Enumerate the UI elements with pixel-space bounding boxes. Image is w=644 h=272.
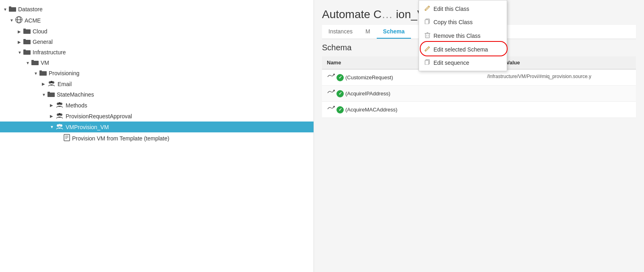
col-header-name: Name — [322, 56, 430, 69]
svg-point-48 — [333, 90, 335, 91]
table-row: ✓ (AcquireMACAddress) — [322, 102, 636, 118]
svg-rect-7 — [23, 29, 26, 30]
state-icon-acquireipaddress — [327, 90, 335, 97]
tree-arrow-vm: ▼ — [26, 61, 31, 65]
svg-rect-15 — [39, 70, 42, 72]
svg-rect-9 — [23, 39, 26, 41]
tree-label-statemachines: StateMachines — [57, 91, 94, 98]
tree-arrow-statemachines: ▼ — [42, 93, 47, 97]
dropdown-item-edit-sequence[interactable]: Edit sequence — [419, 56, 507, 69]
svg-point-47 — [333, 74, 335, 75]
folder-icon-cloud — [23, 28, 31, 35]
tab-instances[interactable]: Instances — [322, 25, 359, 39]
tree-label-cloud: Cloud — [33, 28, 47, 35]
tree-panel: ▼ Datastore ▼ ACME ▶ Cloud ▶ General ▼ — [0, 0, 314, 272]
copy-icon-copy-class — [425, 19, 430, 25]
tree-arrow-cloud: ▶ — [18, 29, 23, 34]
tree-arrow-provisionrequestapproval: ▶ — [50, 114, 56, 118]
svg-rect-30 — [64, 134, 70, 141]
tree-item-infrastructure[interactable]: ▼ Infrastructure — [0, 47, 314, 58]
svg-rect-20 — [47, 92, 50, 93]
folder-icon-general — [23, 38, 31, 45]
svg-rect-13 — [31, 60, 34, 62]
tree-label-vmprovision-vm: VMProvision_VM — [66, 124, 109, 130]
tree-item-provision-vm-template[interactable]: Provision VM from Template (template) — [0, 132, 314, 144]
row-default-acquireipaddress — [482, 86, 636, 102]
row-desc-acquiremacaddress — [430, 102, 482, 118]
folder-icon-statemachines — [47, 91, 55, 98]
dropdown-label-copy-class: Copy this Class — [433, 19, 473, 25]
row-icons-customize-request: ✓ (CustomizeRequest) — [327, 74, 425, 81]
svg-rect-2 — [9, 6, 11, 8]
tree-item-statemachines[interactable]: ▼ StateMachines — [0, 89, 314, 100]
folder-icon-datastore — [9, 6, 16, 13]
folder-icon-vm — [31, 59, 39, 66]
tree-item-datastore[interactable]: ▼ Datastore — [0, 4, 314, 14]
name-text-customize-request: (CustomizeRequest) — [345, 74, 393, 80]
tree-item-provisionrequestapproval[interactable]: ▶ ProvisionRequestApproval — [0, 111, 314, 122]
row-name-acquireipaddress: ✓ (AcquireIPAddress) — [322, 86, 430, 102]
row-icons-acquiremacaddress: ✓ (AcquireMACAddress) — [327, 106, 425, 113]
table-row: ✓ (AcquireIPAddress) — [322, 86, 636, 102]
group-icon-email — [47, 80, 56, 88]
svg-rect-37 — [425, 20, 429, 24]
tree-arrow-datastore: ▼ — [3, 7, 9, 12]
svg-point-29 — [58, 124, 61, 126]
dropdown-item-edit-class[interactable]: Edit this Class — [419, 2, 507, 15]
pencil-icon-edit-schema — [425, 46, 430, 53]
dropdown-item-copy-class[interactable]: Copy this Class — [419, 15, 507, 29]
tree-item-acme[interactable]: ▼ ACME — [0, 14, 314, 26]
trash-icon-remove-class — [425, 32, 430, 39]
group-icon-vmprovision-vm — [56, 123, 64, 131]
tree-label-provision-vm-template: Provision VM from Template (template) — [72, 135, 169, 142]
tree-arrow-general: ▶ — [18, 40, 23, 44]
svg-rect-38 — [425, 33, 429, 38]
tree-item-vmprovision-vm[interactable]: ▼ VMProvision_VM — [0, 122, 314, 132]
row-name-acquiremacaddress: ✓ (AcquireMACAddress) — [322, 102, 430, 118]
tree-label-general: General — [33, 39, 53, 45]
check-icon-acquireipaddress: ✓ — [336, 90, 344, 97]
tree-label-provisionrequestapproval: ProvisionRequestApproval — [66, 113, 132, 120]
name-text-acquiremacaddress: (AcquireMACAddress) — [345, 107, 397, 113]
row-name-customize-request: ✓ (CustomizeRequest) — [322, 69, 430, 86]
tree-item-provisioning[interactable]: ▼ Provisioning — [0, 68, 314, 78]
tree-item-vm[interactable]: ▼ VM — [0, 58, 314, 68]
group-icon-methods — [56, 101, 64, 109]
svg-point-18 — [50, 81, 53, 83]
state-icon-customize-request — [327, 74, 335, 81]
row-desc-customize-request — [430, 69, 482, 86]
state-icon-acquiremacaddress — [327, 106, 335, 113]
tree-label-vm: VM — [41, 60, 49, 66]
tree-label-datastore: Datastore — [18, 6, 43, 12]
page-title-ellipsis: … — [382, 8, 393, 21]
tree-arrow-infrastructure: ▼ — [18, 50, 23, 55]
name-text-acquireipaddress: (AcquireIPAddress) — [345, 91, 390, 97]
dropdown-label-edit-sequence: Edit sequence — [433, 60, 469, 66]
svg-point-23 — [58, 102, 61, 105]
tree-item-cloud[interactable]: ▶ Cloud — [0, 26, 314, 37]
tree-arrow-email: ▶ — [42, 82, 47, 86]
tab-methods[interactable]: M — [359, 25, 377, 39]
tree-item-email[interactable]: ▶ Email — [0, 78, 314, 89]
svg-point-26 — [58, 113, 61, 115]
row-default-acquiremacaddress — [482, 102, 636, 118]
check-icon-customize-request: ✓ — [336, 74, 344, 81]
dropdown-label-remove-class: Remove this Class — [433, 33, 481, 39]
svg-rect-11 — [23, 49, 26, 51]
tree-label-email: Email — [58, 81, 72, 87]
dropdown-label-edit-schema: Edit selected Schema — [433, 46, 488, 53]
right-panel: Edit this Class Copy this Class Remove t… — [314, 0, 644, 272]
svg-point-49 — [333, 106, 335, 107]
dropdown-overlay: Edit this Class Copy this Class Remove t… — [419, 0, 507, 71]
tab-schema[interactable]: Schema — [377, 25, 411, 39]
dropdown-item-edit-schema[interactable]: Edit selected Schema — [419, 43, 507, 56]
tree-label-acme: ACME — [25, 17, 41, 24]
tree-label-infrastructure: Infrastructure — [33, 49, 66, 56]
tree-arrow-provisioning: ▼ — [34, 71, 39, 76]
tree-item-general[interactable]: ▶ General — [0, 37, 314, 47]
dropdown-item-remove-class[interactable]: Remove this Class — [419, 29, 507, 43]
folder-icon-infrastructure — [23, 49, 31, 56]
tree-item-methods[interactable]: ▶ Methods — [0, 100, 314, 111]
tree-label-methods: Methods — [66, 102, 87, 109]
dropdown-menu: Edit this Class Copy this Class Remove t… — [419, 0, 507, 71]
